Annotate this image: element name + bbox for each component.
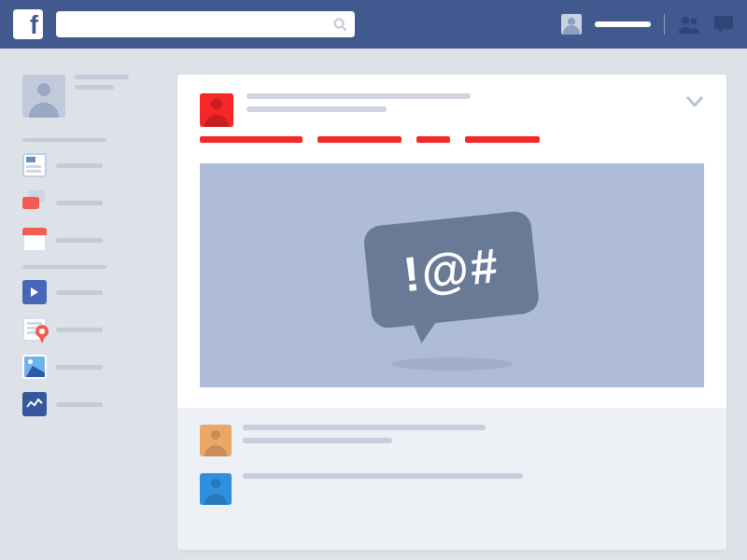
profile-card[interactable] <box>22 75 153 118</box>
search-input[interactable] <box>56 11 355 37</box>
sidebar-item-label <box>56 328 103 332</box>
speech-bubble-tail <box>412 317 443 344</box>
svg-line-1 <box>343 27 346 31</box>
user-avatar-mini[interactable] <box>561 14 582 35</box>
profile-name-placeholder <box>75 75 129 95</box>
sidebar-item-analytics[interactable] <box>22 392 153 416</box>
sidebar-item-label <box>56 365 103 370</box>
sidebar-item-label <box>56 163 103 168</box>
sidebar-item-messages[interactable] <box>22 190 153 215</box>
post-text-highlight <box>200 136 704 143</box>
sidebar-item-newsfeed[interactable] <box>22 153 153 177</box>
sidebar-item-label <box>56 402 103 407</box>
post-header <box>177 75 726 150</box>
post-meta-placeholder <box>247 93 471 127</box>
analytics-icon <box>22 392 47 416</box>
comment-text-placeholder <box>243 425 704 456</box>
friends-icon[interactable] <box>678 15 700 34</box>
comment-row <box>200 473 704 505</box>
left-sidebar <box>0 49 168 560</box>
comments-section <box>177 408 726 550</box>
svg-point-2 <box>682 17 689 24</box>
post-author-avatar[interactable] <box>200 93 233 127</box>
video-icon <box>22 280 47 304</box>
speech-bubble: !@# <box>362 210 541 329</box>
photo-icon <box>22 355 47 379</box>
messages-icon <box>22 190 47 215</box>
comment-avatar[interactable] <box>200 473 232 505</box>
sidebar-section-label <box>22 265 106 269</box>
top-bar: f <box>0 0 747 49</box>
post-text-segment <box>416 136 450 143</box>
post-options-chevron-icon[interactable] <box>685 95 704 112</box>
svg-rect-4 <box>714 16 733 29</box>
doc-pin-icon <box>22 317 47 342</box>
divider <box>664 14 665 35</box>
main-feed: !@# <box>168 49 747 560</box>
sidebar-item-events[interactable] <box>22 228 153 252</box>
events-icon <box>22 228 47 252</box>
sidebar-item-label <box>56 201 103 205</box>
sidebar-item-label <box>56 290 103 295</box>
speech-bubble-text: !@# <box>362 210 541 329</box>
messages-icon[interactable] <box>713 15 734 34</box>
user-name-placeholder[interactable] <box>595 21 651 27</box>
sidebar-item-video[interactable] <box>22 280 153 304</box>
bubble-shadow <box>391 357 513 371</box>
sidebar-section-label <box>22 138 106 142</box>
sidebar-item-places[interactable] <box>22 317 153 342</box>
comment-avatar[interactable] <box>200 425 232 456</box>
topbar-right <box>561 14 734 35</box>
post-text-segment <box>465 136 540 143</box>
post-image[interactable]: !@# <box>200 163 704 387</box>
facebook-logo[interactable]: f <box>13 9 43 39</box>
post-text-segment <box>317 136 402 143</box>
post-card: !@# <box>177 75 726 550</box>
search-icon <box>332 17 347 32</box>
profile-avatar <box>22 75 65 118</box>
comment-text-placeholder <box>243 473 704 505</box>
sidebar-item-photos[interactable] <box>22 355 153 379</box>
newsfeed-icon <box>22 153 47 177</box>
sidebar-item-label <box>56 238 103 243</box>
post-text-segment <box>200 136 303 143</box>
svg-point-3 <box>691 19 697 24</box>
comment-row <box>200 425 704 456</box>
